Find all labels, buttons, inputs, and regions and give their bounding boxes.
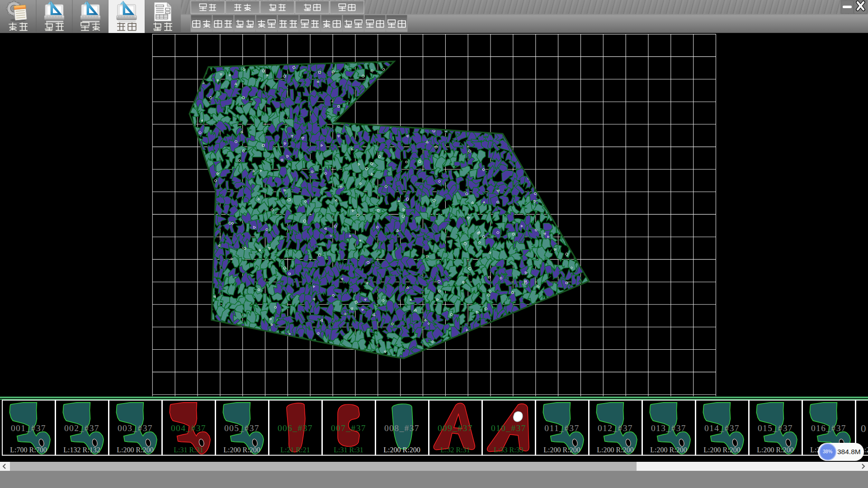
svg-text:L:200 R:200: L:200 R:200 [383, 446, 420, 454]
svg-text:003_#37: 003_#37 [118, 423, 153, 433]
svg-text:010_#37: 010_#37 [491, 423, 526, 433]
svg-text:011_#37: 011_#37 [544, 423, 579, 433]
svg-text:L:200 R:200: L:200 R:200 [650, 446, 687, 454]
svg-text:006_#37: 006_#37 [278, 423, 313, 433]
svg-text:0: 0 [861, 423, 866, 434]
svg-text:007_#37: 007_#37 [331, 423, 366, 433]
svg-text:004_#37: 004_#37 [171, 423, 206, 433]
svg-text:008_#37: 008_#37 [384, 423, 420, 433]
svg-text:L:33 R:33: L:33 R:33 [494, 446, 523, 454]
svg-text:L:200 R:200: L:200 R:200 [543, 446, 580, 454]
svg-text:L:21 R:21: L:21 R:21 [280, 446, 310, 454]
svg-text:002_#37: 002_#37 [64, 423, 99, 433]
svg-text:L:200 R:200: L:200 R:200 [597, 446, 633, 454]
svg-text:L:700 R:700: L:700 R:700 [10, 446, 47, 454]
svg-text:016_#37: 016_#37 [811, 423, 846, 433]
svg-text:013_#37: 013_#37 [651, 423, 686, 433]
svg-text:015_#37: 015_#37 [758, 423, 793, 433]
svg-text:L:32 R:31: L:32 R:31 [440, 446, 470, 454]
svg-text:012_#37: 012_#37 [598, 423, 633, 433]
svg-text:L:200 R:200: L:200 R:200 [703, 446, 740, 454]
svg-text:L:31 R:31: L:31 R:31 [334, 446, 363, 454]
svg-text:L:200 R:200: L:200 R:200 [757, 446, 793, 454]
svg-text:009_#37: 009_#37 [438, 423, 473, 433]
svg-text:384.8M: 384.8M [837, 448, 861, 455]
svg-text:L:200 R:200: L:200 R:200 [117, 446, 153, 454]
svg-text:L:132 R:132: L:132 R:132 [63, 446, 100, 454]
svg-text:014_#37: 014_#37 [704, 423, 740, 433]
svg-text:001_#37: 001_#37 [11, 423, 46, 433]
svg-text:L:200 R:200: L:200 R:200 [223, 446, 260, 454]
svg-text:38%: 38% [823, 449, 832, 454]
svg-text:005_#37: 005_#37 [224, 423, 259, 433]
svg-text:L:31 R:31: L:31 R:31 [174, 446, 203, 454]
